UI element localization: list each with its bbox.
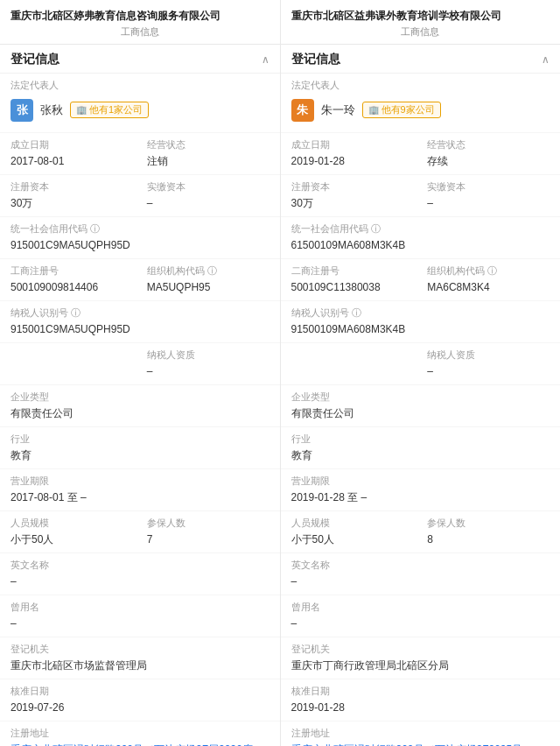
field-label: 纳税人资质 bbox=[427, 348, 550, 362]
collapse-icon[interactable]: ∧ bbox=[542, 53, 550, 66]
field-col-0: 成立日期2019-01-28 bbox=[291, 138, 414, 169]
field-label: 二商注册号 bbox=[291, 264, 414, 278]
field-value: 小于50人 bbox=[291, 531, 414, 547]
rep-name[interactable]: 张秋 bbox=[40, 102, 63, 118]
field-row: 成立日期2017-08-01经营状态注销 bbox=[10, 138, 270, 169]
field-value: – bbox=[427, 195, 550, 211]
field-row: 成立日期2019-01-28经营状态存续 bbox=[291, 138, 550, 169]
tag-text: 他有9家公司 bbox=[382, 103, 435, 116]
field-value: 30万 bbox=[10, 195, 133, 211]
field-label: 纳税人资质 bbox=[147, 348, 270, 362]
section-title: 登记信息 bbox=[10, 52, 60, 67]
rep-badge: 张 bbox=[10, 99, 33, 122]
field-group-5: 纳税人资质– bbox=[281, 343, 561, 385]
field-value: – bbox=[291, 574, 550, 589]
field-value: 91500109MA608M3K4B bbox=[291, 321, 550, 337]
sub-title: 工商信息 bbox=[291, 25, 550, 39]
field-group-8: 营业期限2017-08-01 至 – bbox=[0, 469, 280, 511]
panel-header: 重庆市北碚区婷弗教育信息咨询服务有限公司工商信息 bbox=[0, 0, 280, 45]
field-label: 纳税人识别号 ⓘ bbox=[10, 306, 270, 320]
field-col-0 bbox=[10, 348, 133, 379]
field-group-4: 纳税人识别号 ⓘ915001C9MA5UQPH95D bbox=[0, 301, 280, 343]
field-row: 人员规模小于50人参保人数8 bbox=[291, 517, 550, 547]
field-label: 经营状态 bbox=[427, 138, 550, 151]
field-label: 企业类型 bbox=[10, 391, 270, 404]
field-group-7: 行业教育 bbox=[0, 427, 280, 469]
rep-name[interactable]: 朱一玲 bbox=[321, 102, 355, 118]
field-value: – bbox=[427, 363, 550, 379]
rep-field-group: 法定代表人张张秋🏢他有1家公司 bbox=[0, 74, 280, 133]
field-row: 纳税人资质– bbox=[291, 348, 550, 379]
field-value[interactable]: 重庆市北碚区冯时行路300号（万达广场2F2025号... bbox=[291, 742, 550, 746]
field-value: MA6C8M3K4 bbox=[427, 279, 550, 295]
field-value: 有限责任公司 bbox=[291, 405, 550, 421]
field-label: 英文名称 bbox=[10, 559, 270, 572]
field-col-0: 注册资本30万 bbox=[291, 180, 414, 211]
tag-text: 他有1家公司 bbox=[89, 103, 143, 116]
sub-title: 工商信息 bbox=[10, 25, 270, 39]
field-value: 2019-01-28 至 – bbox=[291, 489, 550, 505]
rep-label: 法定代表人 bbox=[291, 79, 550, 92]
field-group-14: 注册地址重庆市北碚区冯时行路300号（万达广场2F层2026席... bbox=[0, 721, 280, 746]
rep-row: 朱朱一玲🏢他有9家公司 bbox=[291, 94, 550, 127]
field-col-0: 人员规模小于50人 bbox=[291, 517, 414, 547]
collapse-icon[interactable]: ∧ bbox=[262, 53, 270, 66]
field-group-7: 行业教育 bbox=[281, 427, 561, 469]
field-label: 企业类型 bbox=[291, 391, 550, 404]
field-group-12: 登记机关重庆市北碚区市场监督管理局 bbox=[0, 637, 280, 679]
field-col-1: 参保人数7 bbox=[147, 517, 270, 547]
field-group-2: 统一社会信用代码 ⓘ61500109MA608M3K4B bbox=[281, 217, 561, 259]
field-row: 人员规模小于50人参保人数7 bbox=[10, 517, 270, 547]
field-value: 8 bbox=[427, 531, 550, 547]
field-row: 二商注册号500109C11380038组织机构代码 ⓘMA6C8M3K4 bbox=[291, 264, 550, 295]
field-col-1: 纳税人资质– bbox=[147, 348, 270, 379]
field-value: – bbox=[10, 574, 270, 589]
field-value: 61500109MA608M3K4B bbox=[291, 237, 550, 253]
field-group-3: 工商注册号500109009814406组织机构代码 ⓘMA5UQPH95 bbox=[0, 259, 280, 301]
field-group-13: 核准日期2019-01-28 bbox=[281, 679, 561, 721]
field-label: 注册资本 bbox=[10, 180, 133, 194]
field-group-14: 注册地址重庆市北碚区冯时行路300号（万达广场2F2025号... bbox=[281, 721, 561, 746]
field-label: 登记机关 bbox=[10, 643, 270, 656]
field-value: 7 bbox=[147, 531, 270, 547]
field-value: – bbox=[147, 363, 270, 379]
field-label: 参保人数 bbox=[147, 517, 270, 530]
field-value[interactable]: 重庆市北碚区冯时行路300号（万达广场2F层2026席... bbox=[10, 742, 270, 746]
field-label: 参保人数 bbox=[427, 517, 550, 530]
panel-right: 重庆市北碚区益弗课外教育培训学校有限公司工商信息登记信息∧法定代表人朱朱一玲🏢他… bbox=[281, 0, 561, 746]
field-label: 统一社会信用代码 ⓘ bbox=[291, 222, 550, 236]
field-label: 组织机构代码 ⓘ bbox=[147, 264, 270, 278]
field-col-0: 二商注册号500109C11380038 bbox=[291, 264, 414, 295]
field-label: 注册资本 bbox=[291, 180, 414, 194]
field-col-1: 纳税人资质– bbox=[427, 348, 550, 379]
field-value: 存续 bbox=[427, 153, 550, 169]
field-col-0 bbox=[291, 348, 414, 379]
field-col-1: 经营状态注销 bbox=[147, 138, 270, 169]
field-label: 人员规模 bbox=[10, 517, 133, 530]
field-label: 核准日期 bbox=[10, 685, 270, 698]
field-value: 915001C9MA5UQPH95D bbox=[10, 321, 270, 337]
field-value: 2019-01-28 bbox=[291, 153, 414, 169]
field-group-13: 核准日期2019-07-26 bbox=[0, 679, 280, 721]
field-label: 登记机关 bbox=[291, 643, 550, 656]
field-value: 2017-08-01 至 – bbox=[10, 489, 270, 505]
field-col-0: 人员规模小于50人 bbox=[10, 517, 133, 547]
field-group-11: 曾用名– bbox=[281, 595, 561, 637]
field-label: 实缴资本 bbox=[427, 180, 550, 194]
field-col-0: 注册资本30万 bbox=[10, 180, 133, 211]
field-value: 教育 bbox=[10, 447, 270, 463]
field-col-1: 参保人数8 bbox=[427, 517, 550, 547]
field-value: 30万 bbox=[291, 195, 414, 211]
field-group-0: 成立日期2017-08-01经营状态注销 bbox=[0, 133, 280, 175]
field-group-8: 营业期限2019-01-28 至 – bbox=[281, 469, 561, 511]
rep-tag[interactable]: 🏢他有1家公司 bbox=[70, 102, 149, 118]
field-value: 2017-08-01 bbox=[10, 153, 133, 169]
rep-tag[interactable]: 🏢他有9家公司 bbox=[362, 102, 441, 118]
field-col-0: 成立日期2017-08-01 bbox=[10, 138, 133, 169]
field-label: 组织机构代码 ⓘ bbox=[427, 264, 550, 278]
field-group-6: 企业类型有限责任公司 bbox=[281, 385, 561, 427]
field-label: 注册地址 bbox=[291, 727, 550, 740]
company-name: 重庆市北碚区益弗课外教育培训学校有限公司 bbox=[291, 9, 550, 24]
field-label: 英文名称 bbox=[291, 559, 550, 572]
field-value: – bbox=[10, 616, 270, 631]
